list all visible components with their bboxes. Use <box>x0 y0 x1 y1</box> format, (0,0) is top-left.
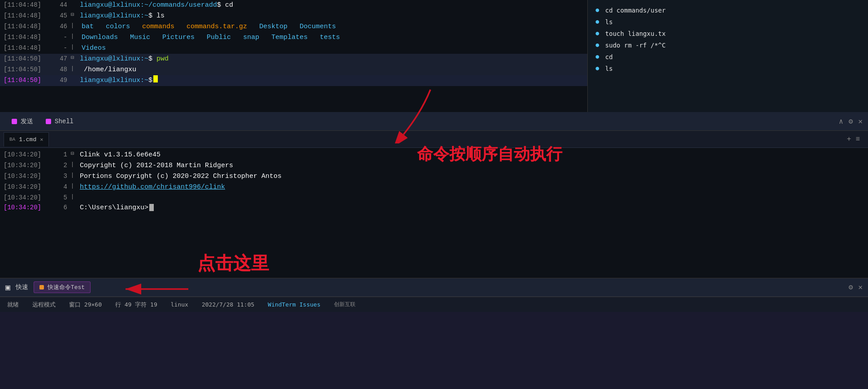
file-tab-icon: BA <box>9 137 15 142</box>
main-ts-6: [10:34:20] <box>4 203 53 212</box>
linenum-48: 48 <box>53 65 71 74</box>
main-line-2: [10:34:20] 2 | Copyright (c) 2012-2018 M… <box>0 160 868 171</box>
expand-icon[interactable]: ∧ <box>839 117 843 126</box>
linenum-ls3: - <box>53 43 71 53</box>
status-datetime: 2022/7/28 11:05 <box>202 301 254 308</box>
right-item-4: ● sudo rm -rf /*^C <box>595 39 861 51</box>
main-ts-4: [10:34:20] <box>4 182 53 192</box>
bullet-3: ● <box>595 30 600 38</box>
right-item-3: ● touch liangxu.tx <box>595 28 861 39</box>
quick-label: 快速 <box>16 283 28 291</box>
main-terminal: [10:34:20] 1 ⊟ Clink v1.3.15.6e6e45 [10:… <box>0 148 868 278</box>
shell-tab[interactable]: Shell <box>39 115 80 128</box>
main-text-1: Clink v1.3.15.6e6e45 <box>80 150 161 160</box>
timestamp-ls3: [11:04:48] <box>4 43 53 53</box>
timestamp-44: [11:04:48] <box>4 0 53 10</box>
bullet-4: ● <box>595 41 600 49</box>
main-ts-2: [10:34:20] <box>4 160 53 170</box>
quick-bar: ▣ 快速 快速命令Test ⚙ ✕ <box>0 278 868 297</box>
quick-bar-right: ⚙ ✕ <box>849 283 863 292</box>
prompt-45: liangxu@lxlinux:~$ <box>80 11 152 22</box>
settings-icon[interactable]: ⚙ <box>849 117 853 126</box>
status-window: 窗口 29×60 <box>69 301 102 309</box>
main-ts-5: [10:34:20] <box>4 193 53 203</box>
main-num-3: 3 <box>53 171 71 181</box>
quick-settings-icon[interactable]: ⚙ <box>849 283 853 292</box>
status-brand: 创新互联 <box>334 301 356 308</box>
main-line-4: [10:34:20] 4 | https://github.com/chrisa… <box>0 182 868 193</box>
bullet-6: ● <box>595 65 600 73</box>
timestamp-48: [11:04:50] <box>4 65 53 74</box>
linenum-49: 49 <box>53 75 71 85</box>
ls-output-1: bat colors commands commands.tar.gz Desk… <box>80 22 336 32</box>
quick-icon[interactable]: ▣ <box>5 282 10 292</box>
main-text-2: Copyright (c) 2012-2018 Martin Ridgers <box>80 160 233 171</box>
prompt-44: liangxu@lxlinux:~/commands/useradd$ <box>80 0 221 11</box>
more-tabs-icon[interactable]: ≡ <box>855 135 860 143</box>
right-code-1: cd commands/user <box>605 7 666 14</box>
right-code-2: ls <box>605 18 613 26</box>
status-remote: 远程模式 <box>32 301 56 309</box>
quick-close-icon[interactable]: ✕ <box>858 283 863 292</box>
right-code-3: touch liangxu.tx <box>605 30 666 37</box>
main-line-5: [10:34:20] 5 | <box>0 193 868 203</box>
timestamp-46: [11:04:48] <box>4 22 53 31</box>
send-tab[interactable]: 发送 <box>5 115 39 128</box>
status-os: linux <box>171 301 188 308</box>
right-item-2: ● ls <box>595 16 861 28</box>
prompt-47: liangxu@lxlinux:~$ <box>80 54 152 65</box>
linenum-47: 47 <box>53 54 71 64</box>
terminal-line-45: [11:04:48] 45 ⊟ liangxu@lxlinux:~$ ls <box>0 11 587 22</box>
file-tab-right: + ≡ <box>847 135 864 143</box>
terminal-line-46: [11:04:48] 46 | bat colors commands comm… <box>0 22 587 32</box>
tab-bar-right: ∧ ⚙ ✕ <box>839 117 868 126</box>
status-link[interactable]: WindTerm Issues <box>268 301 320 308</box>
terminal-line-49: [11:04:50] 49 liangxu@lxlinux:~$ <box>0 75 587 86</box>
status-bar: 就绪 远程模式 窗口 29×60 行 49 字符 19 linux 2022/7… <box>0 297 868 312</box>
right-code-6: ls <box>605 65 613 72</box>
pwd-output: /home/liangxu <box>80 65 136 75</box>
prompt-49: liangxu@lxlinux:~$ <box>80 75 152 86</box>
main-line-3: [10:34:20] 3 | Portions Copyright (c) 20… <box>0 171 868 182</box>
cmd-44: cd <box>221 0 233 11</box>
main-num-6: 6 <box>53 203 71 212</box>
quick-cmd-label: 快速命令Test <box>48 283 85 291</box>
main-link-4[interactable]: https://github.com/chrisant996/clink <box>80 182 225 193</box>
bullet-5: ● <box>595 53 600 61</box>
terminal-line-44: [11:04:48] 44 liangxu@lxlinux:~/commands… <box>0 0 587 11</box>
right-item-5: ● cd <box>595 51 861 63</box>
main-text-3: Portions Copyright (c) 2020-2022 Christo… <box>80 171 282 182</box>
shell-dot <box>46 119 51 124</box>
main-num-2: 2 <box>53 160 71 170</box>
right-panel: ● cd commands/user ● ls ● touch liangxu.… <box>587 0 868 112</box>
main-ts-1: [10:34:20] <box>4 150 53 160</box>
terminal-line-47: [11:04:50] 47 ⊟ liangxu@lxlinux:~$ pwd <box>0 54 587 65</box>
cursor <box>153 75 158 82</box>
terminal-line-ls2: [11:04:48] - | Downloads Music Pictures … <box>0 32 587 43</box>
file-tab-close[interactable]: ✕ <box>40 136 43 143</box>
right-item-1: ● cd commands/user <box>595 4 861 16</box>
file-tab-1cmd[interactable]: BA 1.cmd ✕ <box>4 132 49 147</box>
right-item-6: ● ls <box>595 63 861 74</box>
linenum-44: 44 <box>53 0 71 10</box>
main-ts-3: [10:34:20] <box>4 171 53 181</box>
timestamp-45: [11:04:48] <box>4 11 53 21</box>
main-num-4: 4 <box>53 182 71 192</box>
shell-label: Shell <box>55 118 74 125</box>
new-tab-icon[interactable]: + <box>847 135 851 143</box>
quick-cmd-tab[interactable]: 快速命令Test <box>34 281 91 293</box>
status-row: 行 49 字符 19 <box>115 301 157 309</box>
linenum-46: 46 <box>53 22 71 31</box>
send-dot <box>12 119 17 124</box>
terminal-line-48: [11:04:50] 48 | /home/liangxu <box>0 65 587 75</box>
main-line-1: [10:34:20] 1 ⊟ Clink v1.3.15.6e6e45 <box>0 150 868 160</box>
bullet-2: ● <box>595 18 600 26</box>
main-text-6: C:\Users\liangxu> <box>80 203 154 213</box>
close-icon[interactable]: ✕ <box>858 117 863 126</box>
timestamp-47: [11:04:50] <box>4 54 53 64</box>
right-code-4: sudo rm -rf /*^C <box>605 42 666 49</box>
timestamp-49: [11:04:50] <box>4 75 53 85</box>
status-ready: 就绪 <box>7 301 19 309</box>
bullet-1: ● <box>595 6 600 14</box>
send-label: 发送 <box>21 117 33 125</box>
